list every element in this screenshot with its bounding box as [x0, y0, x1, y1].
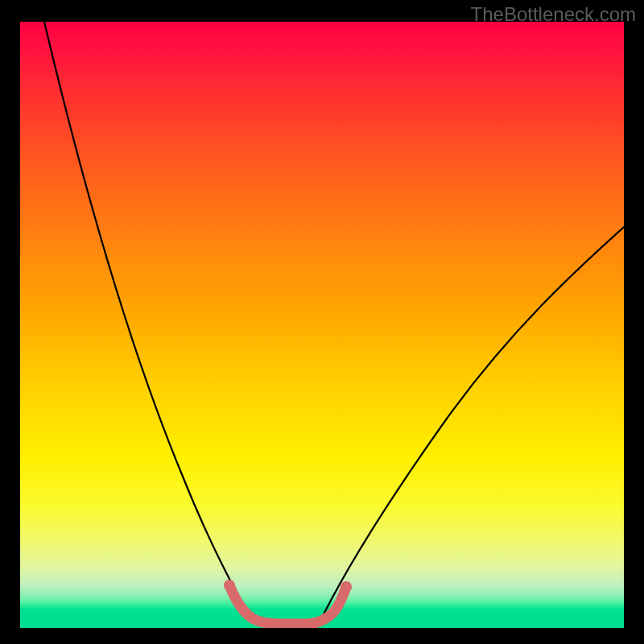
watermark-label: TheBottleneck.com — [471, 3, 636, 26]
basin-dot-left — [224, 580, 235, 591]
chart-curves — [20, 22, 624, 628]
left-curve — [44, 22, 250, 617]
basin-dot-right — [341, 581, 352, 592]
right-curve — [322, 227, 624, 617]
